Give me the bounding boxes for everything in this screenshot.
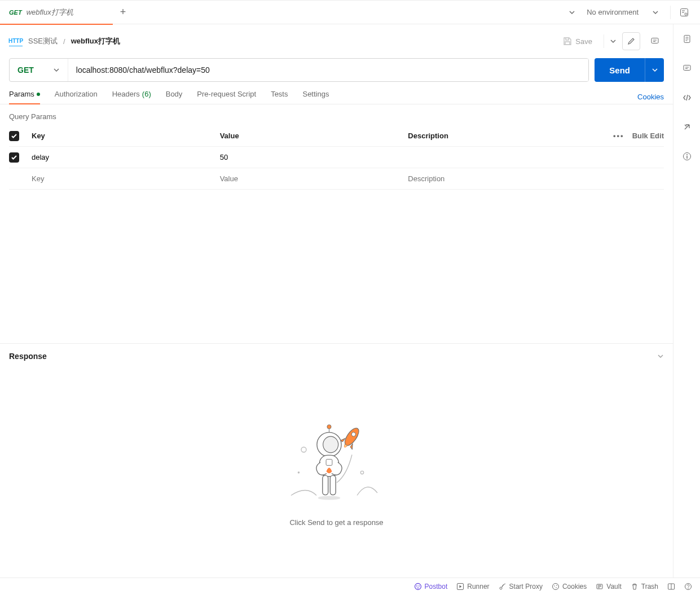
- response-collapse-chevron[interactable]: [657, 353, 664, 360]
- param-value-placeholder[interactable]: [220, 174, 408, 183]
- params-more-icon[interactable]: •••: [613, 132, 624, 140]
- divider: [604, 34, 604, 48]
- url-input[interactable]: [68, 59, 589, 81]
- save-button[interactable]: Save: [557, 33, 598, 49]
- footer-vault[interactable]: Vault: [596, 583, 621, 590]
- svg-rect-18: [684, 65, 690, 71]
- chevron-down-icon: [652, 9, 659, 16]
- pencil-icon: [627, 37, 635, 45]
- tab-bar: GET webflux打字机 + No environment: [0, 1, 700, 24]
- tab-tests[interactable]: Tests: [271, 90, 288, 104]
- url-row: GET Send: [0, 58, 673, 82]
- svg-rect-21: [686, 156, 687, 159]
- param-description-placeholder[interactable]: [408, 174, 596, 183]
- send-dropdown[interactable]: [645, 58, 664, 82]
- response-title: Response: [9, 352, 47, 361]
- footer-proxy-label: Start Proxy: [509, 583, 543, 590]
- svg-point-12: [323, 436, 338, 453]
- bulk-edit-button[interactable]: Bulk Edit: [632, 132, 664, 140]
- status-bar: Postbot Runner Start Proxy Cookies Vault: [0, 578, 700, 595]
- save-label: Save: [575, 37, 592, 46]
- tab-headers[interactable]: Headers (6): [112, 90, 151, 104]
- tab-body[interactable]: Body: [166, 90, 183, 104]
- cookies-link[interactable]: Cookies: [637, 93, 664, 101]
- select-all-checkbox[interactable]: [9, 131, 19, 141]
- environment-dropdown[interactable]: No environment: [580, 8, 666, 16]
- footer-start-proxy[interactable]: Start Proxy: [499, 583, 543, 590]
- tab-settings[interactable]: Settings: [302, 90, 329, 104]
- footer-runner-label: Runner: [467, 583, 489, 590]
- svg-rect-2: [651, 38, 658, 43]
- postbot-icon: [414, 583, 422, 590]
- breadcrumb-row: HTTP SSE测试 / webflux打字机 Save: [0, 24, 673, 58]
- request-tabs: Params Authorization Headers (6) Body Pr…: [0, 82, 673, 104]
- method-label: GET: [17, 65, 34, 75]
- vault-icon: [596, 583, 604, 590]
- footer-cookies[interactable]: Cookies: [552, 583, 587, 590]
- param-key-placeholder[interactable]: [32, 174, 220, 183]
- astronaut-illustration: [286, 420, 388, 505]
- runner-icon: [456, 583, 464, 590]
- save-dropdown-chevron[interactable]: [610, 38, 617, 45]
- svg-point-35: [688, 588, 688, 589]
- method-select[interactable]: GET: [10, 59, 68, 81]
- response-section: Response: [0, 343, 673, 578]
- tab-params-label: Params: [9, 90, 34, 98]
- info-icon[interactable]: [678, 147, 696, 165]
- documentation-icon[interactable]: [678, 30, 696, 48]
- breadcrumb-request: webflux打字机: [71, 36, 120, 46]
- footer-runner[interactable]: Runner: [456, 583, 489, 590]
- tab-title: webflux打字机: [27, 7, 73, 18]
- request-tab[interactable]: GET webflux打字机: [0, 1, 113, 24]
- svg-point-9: [327, 425, 331, 428]
- comments-button[interactable]: [646, 32, 664, 50]
- footer-help-icon[interactable]: [684, 583, 692, 590]
- col-key: Key: [32, 132, 220, 140]
- tab-authorization[interactable]: Authorization: [55, 90, 98, 104]
- edit-name-button[interactable]: [622, 32, 640, 50]
- footer-trash[interactable]: Trash: [631, 583, 658, 590]
- param-row: [9, 147, 664, 168]
- query-params-title: Query Params: [0, 104, 673, 125]
- params-table: Key Value Description ••• Bulk Edit: [0, 125, 673, 190]
- add-tab-button[interactable]: +: [113, 6, 133, 18]
- svg-rect-16: [330, 475, 336, 495]
- tab-method-label: GET: [9, 9, 22, 16]
- svg-point-24: [419, 585, 420, 587]
- footer-vault-label: Vault: [606, 583, 621, 590]
- footer-postbot[interactable]: Postbot: [414, 583, 448, 590]
- response-empty-text: Click Send to get a response: [289, 518, 383, 527]
- comments-pane-icon[interactable]: [678, 59, 696, 77]
- svg-point-28: [554, 585, 555, 587]
- proxy-icon: [499, 583, 507, 590]
- param-checkbox[interactable]: [9, 152, 19, 163]
- related-collections-icon[interactable]: [678, 118, 696, 136]
- send-group: Send: [595, 58, 664, 82]
- environment-quicklook-icon[interactable]: [675, 3, 693, 21]
- chevron-down-icon: [53, 67, 60, 73]
- footer-two-pane-icon[interactable]: [667, 583, 675, 590]
- divider: [670, 6, 671, 19]
- response-header[interactable]: Response: [0, 343, 673, 369]
- svg-point-1: [685, 13, 687, 15]
- tab-prerequest[interactable]: Pre-request Script: [197, 90, 256, 104]
- environment-label: No environment: [587, 8, 639, 16]
- tab-overflow-chevron[interactable]: [569, 9, 575, 16]
- headers-count: (6): [142, 90, 151, 98]
- breadcrumb-collection[interactable]: SSE测试: [28, 36, 58, 46]
- svg-point-23: [416, 585, 417, 587]
- param-description-input[interactable]: [408, 153, 596, 161]
- cookie-icon: [552, 583, 560, 590]
- param-value-input[interactable]: [220, 153, 408, 161]
- svg-point-5: [360, 471, 363, 474]
- tab-params[interactable]: Params: [9, 90, 40, 104]
- chevron-down-icon: [651, 67, 658, 73]
- svg-point-30: [556, 587, 557, 588]
- param-key-input[interactable]: [32, 153, 220, 161]
- svg-rect-14: [326, 459, 332, 465]
- send-button[interactable]: Send: [595, 58, 645, 82]
- param-row-empty: [9, 168, 664, 190]
- url-box: GET: [9, 58, 589, 82]
- code-snippet-icon[interactable]: [678, 89, 696, 107]
- svg-rect-15: [322, 475, 328, 495]
